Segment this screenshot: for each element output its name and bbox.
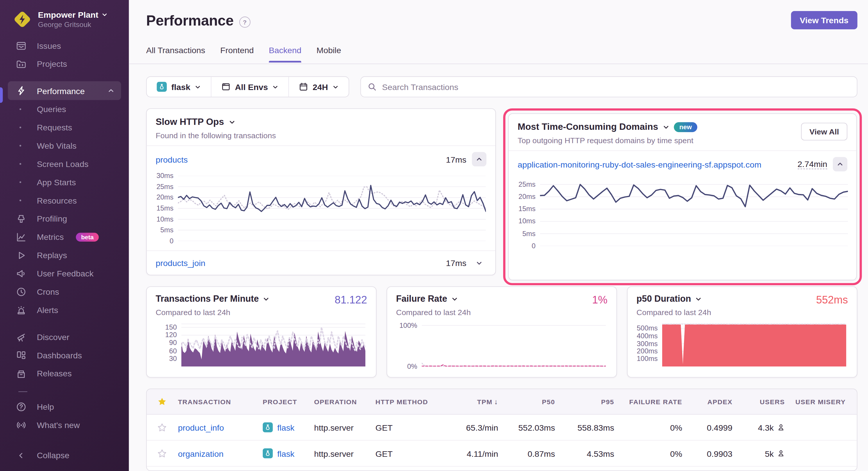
sidebar-item-metrics[interactable]: Metrics beta [0, 228, 129, 246]
sidebar-item-dashboards[interactable]: Dashboards [0, 346, 129, 364]
sidebar-item-screen-loads[interactable]: Screen Loads [0, 155, 129, 173]
sidebar-item-whats-new[interactable]: What's new [0, 416, 129, 434]
col-apdex[interactable]: APDEX [683, 398, 734, 406]
sidebar-item-requests[interactable]: Requests [0, 118, 129, 136]
sidebar-item-resources[interactable]: Resources [0, 191, 129, 210]
y-axis-ticks: 100%0% [396, 324, 422, 366]
col-http-method[interactable]: HTTP METHOD [374, 398, 440, 406]
sidebar-item-discover[interactable]: Discover [0, 328, 129, 346]
environment-select-value: All Envs [235, 82, 268, 92]
sidebar-item-label: Alerts [37, 305, 58, 314]
line-chart[interactable] [540, 181, 848, 246]
star-icon[interactable] [157, 397, 166, 406]
failure-rate-card: Failure Rate 1% Compared to last 24h 100… [386, 286, 617, 377]
card-title[interactable]: Failure Rate [396, 294, 447, 304]
line-chart[interactable] [178, 176, 486, 241]
card-title[interactable]: Slow HTTP Ops [156, 117, 224, 127]
projects-icon [16, 58, 27, 69]
search-transactions-input[interactable] [381, 81, 850, 92]
p50-value: 552ms [816, 294, 848, 306]
domain-time-spent[interactable]: 2.74min [797, 159, 827, 169]
area-chart[interactable] [181, 324, 365, 366]
transaction-link[interactable]: products_join [156, 258, 205, 267]
play-icon [16, 250, 27, 261]
col-transaction[interactable]: TRANSACTION [177, 398, 261, 406]
bullet-icon [20, 127, 21, 128]
col-users[interactable]: USERS [734, 398, 786, 406]
col-user-misery[interactable]: USER MISERY [786, 398, 857, 406]
sidebar-item-profiling[interactable]: Profiling [0, 210, 129, 228]
transactions-table: TRANSACTION PROJECT OPERATION HTTP METHO… [146, 389, 858, 471]
releases-icon [16, 368, 27, 379]
transaction-link[interactable]: product_info [178, 423, 224, 432]
org-switcher[interactable]: Empower Plant George Gritsouk [0, 0, 129, 29]
chevron-down-icon[interactable] [451, 296, 458, 303]
users-cell: 4.3k [758, 423, 774, 432]
sidebar-item-replays[interactable]: Replays [0, 246, 129, 264]
y-axis-ticks: 500ms400ms300ms200ms100ms [637, 324, 662, 366]
sidebar-item-app-starts[interactable]: App Starts [0, 173, 129, 191]
chevron-down-icon[interactable] [695, 296, 702, 303]
card-title[interactable]: p50 Duration [637, 294, 691, 304]
chevron-down-icon[interactable] [662, 124, 669, 130]
sidebar-item-crons[interactable]: Crons [0, 282, 129, 301]
p95-cell: 558.83ms [556, 423, 615, 432]
transaction-link[interactable]: products [156, 155, 187, 164]
transaction-link[interactable]: organization [178, 449, 223, 458]
sidebar-item-releases[interactable]: Releases [0, 364, 129, 383]
project-link[interactable]: flask [277, 423, 294, 432]
tab-mobile[interactable]: Mobile [316, 45, 341, 62]
domain-link[interactable]: application-monitoring-ruby-dot-sales-en… [518, 160, 761, 169]
chevron-down-icon[interactable] [263, 296, 270, 303]
col-p50[interactable]: P50 [499, 398, 556, 406]
project-select[interactable]: flask [147, 77, 211, 97]
domains-chart: 25ms20ms15ms10ms5ms0 [509, 177, 856, 246]
col-project[interactable]: PROJECT [261, 398, 313, 406]
tab-frontend[interactable]: Frontend [220, 45, 254, 62]
sidebar-item-performance[interactable]: Performance [8, 81, 121, 100]
card-title[interactable]: Most Time-Consuming Domains [518, 122, 658, 132]
p50-duration-card: p50 Duration 552ms Compared to last 24h … [627, 286, 858, 377]
col-tpm[interactable]: TPM↓ [440, 398, 499, 406]
expand-row-button[interactable] [472, 256, 486, 270]
collapse-row-button[interactable] [833, 157, 847, 171]
table-header: TRANSACTION PROJECT OPERATION HTTP METHO… [147, 389, 857, 415]
line-chart[interactable] [422, 324, 606, 366]
tab-all-transactions[interactable]: All Transactions [146, 45, 205, 62]
users-cell: 5k [765, 449, 774, 458]
sidebar-item-label: Issues [37, 41, 61, 50]
col-operation[interactable]: OPERATION [313, 398, 374, 406]
sidebar-item-alerts[interactable]: Alerts [0, 301, 129, 319]
help-tooltip-icon[interactable]: ? [239, 16, 250, 27]
view-trends-button[interactable]: View Trends [791, 11, 858, 29]
sidebar-item-help[interactable]: Help [0, 398, 129, 416]
sidebar-item-user-feedback[interactable]: User Feedback [0, 264, 129, 282]
collapse-row-button[interactable] [472, 152, 486, 166]
card-subtitle: Found in the following transactions [156, 131, 486, 140]
sidebar-item-queries[interactable]: Queries [0, 100, 129, 119]
sidebar-item-projects[interactable]: Projects [0, 55, 129, 73]
col-failure-rate[interactable]: FAILURE RATE [615, 398, 683, 406]
star-outline-icon[interactable] [157, 423, 166, 432]
tab-bar: All Transactions Frontend Backend Mobile [146, 45, 341, 62]
col-p95[interactable]: P95 [556, 398, 615, 406]
project-link[interactable]: flask [277, 449, 294, 458]
date-range-select[interactable]: 24H [289, 77, 348, 97]
dashboards-icon [16, 349, 27, 361]
chevron-down-icon[interactable] [228, 119, 235, 125]
sidebar-item-issues[interactable]: Issues [0, 37, 129, 55]
sidebar-collapse-button[interactable]: Collapse [0, 446, 129, 464]
table-row[interactable]: product_info flask http.server GET 65.3/… [147, 415, 857, 440]
org-name: Empower Plant [38, 10, 98, 19]
environment-select[interactable]: All Envs [211, 77, 289, 97]
tab-backend[interactable]: Backend [269, 45, 302, 62]
sidebar-item-web-vitals[interactable]: Web Vitals [0, 136, 129, 155]
area-chart[interactable] [662, 324, 846, 366]
sidebar-item-label: Help [37, 402, 54, 411]
megaphone-icon [16, 268, 27, 279]
star-outline-icon[interactable] [157, 449, 166, 458]
table-row[interactable]: organization flask http.server GET 4.11/… [147, 440, 857, 466]
view-all-button[interactable]: View All [801, 123, 847, 140]
card-title[interactable]: Transactions Per Minute [156, 294, 259, 304]
sub-item-label: App Starts [37, 177, 76, 187]
